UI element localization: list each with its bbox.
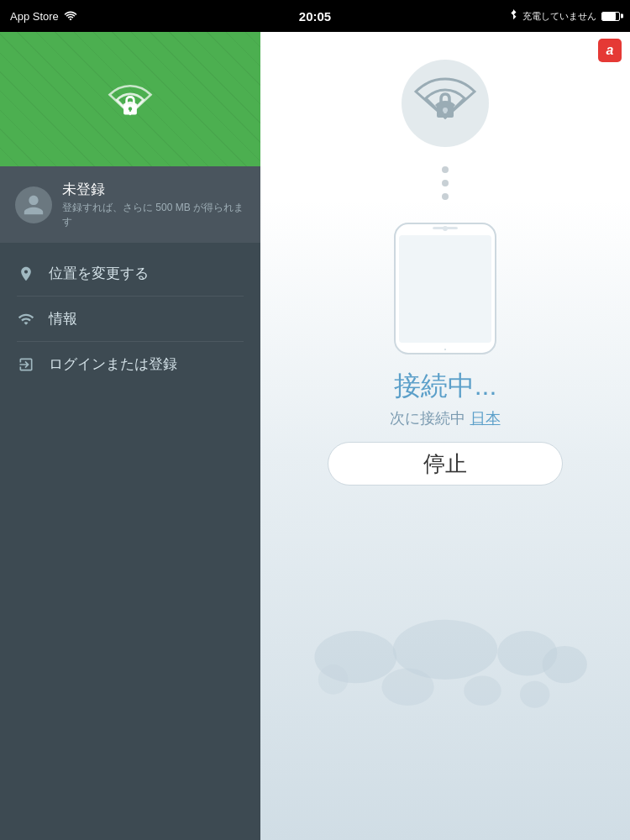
app-store-label: App Store bbox=[10, 10, 59, 23]
menu-item-info[interactable]: 情報 bbox=[0, 297, 260, 341]
battery-icon bbox=[601, 12, 620, 21]
status-left: App Store bbox=[10, 10, 77, 23]
sidebar: 未登録 登録すれば、さらに 500 MB が得られます 位置を変更する bbox=[0, 32, 260, 840]
login-icon bbox=[17, 355, 35, 374]
stop-button[interactable]: 停止 bbox=[328, 442, 563, 486]
battery-status-text: 充電していません bbox=[522, 10, 596, 23]
svg-point-10 bbox=[543, 646, 587, 683]
svg-point-17 bbox=[444, 349, 446, 350]
dots-container bbox=[442, 166, 449, 200]
username: 未登録 bbox=[62, 180, 245, 199]
svg-point-11 bbox=[381, 669, 433, 706]
menu-item-location[interactable]: 位置を変更する bbox=[0, 251, 260, 296]
wifi-icon bbox=[64, 10, 77, 23]
main-area: 未登録 登録すれば、さらに 500 MB が得られます 位置を変更する bbox=[0, 32, 630, 840]
svg-rect-16 bbox=[399, 235, 491, 343]
login-label: ログインまたは登録 bbox=[49, 354, 177, 374]
dot-3 bbox=[442, 193, 449, 200]
right-panel: a bbox=[260, 32, 630, 840]
svg-rect-2 bbox=[129, 108, 131, 112]
svg-rect-6 bbox=[444, 110, 447, 113]
connecting-text: 接続中... bbox=[394, 368, 497, 405]
svg-point-12 bbox=[464, 675, 501, 706]
sidebar-header bbox=[0, 32, 260, 166]
next-connection-text: 次に接続中 日本 bbox=[390, 408, 500, 428]
phone-illustration bbox=[361, 217, 529, 360]
location-label: 位置を変更する bbox=[49, 264, 149, 283]
avast-badge: a bbox=[598, 39, 622, 62]
vpn-logo-right bbox=[399, 57, 491, 150]
avast-icon: a bbox=[606, 43, 614, 58]
world-map-bg bbox=[277, 605, 613, 739]
location-pin-icon bbox=[17, 265, 35, 283]
user-info: 未登録 登録すれば、さらに 500 MB が得られます bbox=[62, 180, 245, 229]
next-connection-label: 次に接続中 bbox=[390, 410, 465, 427]
vpn-logo-sidebar bbox=[101, 70, 160, 129]
menu-item-login[interactable]: ログインまたは登録 bbox=[0, 342, 260, 386]
svg-point-13 bbox=[520, 681, 550, 708]
menu-items: 位置を変更する 情報 ログインまたは登録 bbox=[0, 243, 260, 395]
status-bar: App Store 20:05 充電していません bbox=[0, 0, 630, 32]
info-wifi-icon bbox=[17, 310, 35, 328]
info-label: 情報 bbox=[49, 309, 77, 328]
next-connection-target[interactable]: 日本 bbox=[470, 410, 501, 427]
status-right: 充電していません bbox=[509, 9, 620, 23]
svg-rect-19 bbox=[433, 227, 458, 229]
user-section[interactable]: 未登録 登録すれば、さらに 500 MB が得られます bbox=[0, 166, 260, 243]
dot-2 bbox=[442, 180, 449, 186]
user-subtitle: 登録すれば、さらに 500 MB が得られます bbox=[62, 201, 245, 229]
avatar bbox=[15, 186, 52, 223]
bluetooth-icon bbox=[509, 9, 517, 23]
svg-point-14 bbox=[318, 664, 349, 695]
status-time: 20:05 bbox=[299, 9, 331, 24]
bottom-section: 接続中... 次に接続中 日本 停止 bbox=[260, 200, 630, 840]
dot-1 bbox=[442, 166, 449, 173]
